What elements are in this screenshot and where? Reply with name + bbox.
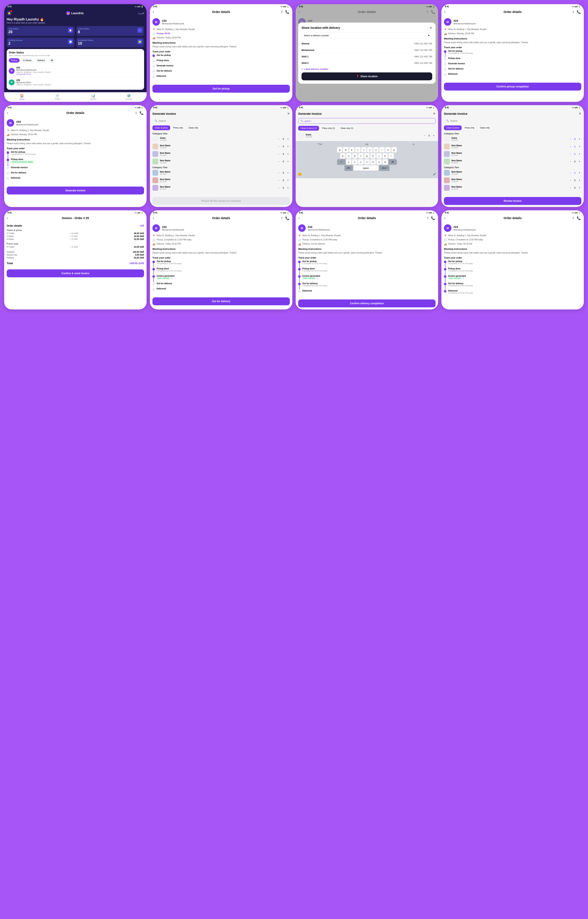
plus-3-6[interactable]: + (286, 160, 290, 164)
tab-cp-7[interactable]: Clean & press (1) (298, 126, 319, 131)
back-btn-2[interactable]: ‹ (153, 10, 154, 14)
tab-po-8[interactable]: Press only (462, 125, 477, 130)
plus-gutra-7[interactable]: + (432, 134, 436, 138)
key-j[interactable]: j (376, 153, 382, 159)
minus-5-8[interactable]: − (569, 178, 572, 182)
inv-modal-close-6[interactable]: ✕ (287, 112, 290, 116)
phone-icon-11[interactable]: 📞 (431, 216, 435, 220)
notification-bell[interactable]: 🔔2 (6, 11, 12, 16)
key-t[interactable]: t (361, 147, 367, 152)
plus-6-6[interactable]: + (286, 186, 290, 190)
emoji-icon-7[interactable]: 😊 (298, 172, 302, 176)
plus-5-6[interactable]: + (286, 178, 290, 182)
minus-1-8[interactable]: − (569, 144, 572, 148)
minus-6-8[interactable]: − (569, 186, 572, 190)
key-w[interactable]: w (343, 147, 349, 152)
plus-1-6[interactable]: + (286, 144, 290, 148)
plus-gutra-6[interactable]: + (286, 137, 290, 141)
minus-3-6[interactable]: − (277, 160, 281, 164)
review-invoice-btn-8[interactable]: Review Invoice (444, 197, 582, 205)
tab-press-only-6[interactable]: Press only (171, 125, 185, 130)
add-delivery-btn[interactable]: + + Add delivery number (302, 68, 432, 70)
key-g[interactable]: g (364, 153, 370, 159)
plus-2-6[interactable]: + (286, 152, 290, 156)
key-k[interactable]: k (383, 153, 388, 159)
key-h[interactable]: h (370, 153, 376, 159)
inv-search-6[interactable]: 🔍 (152, 118, 290, 123)
back-btn-4[interactable]: ‹ (444, 10, 445, 14)
inv-modal-close-8[interactable]: ✕ (578, 112, 582, 116)
filter-delivery[interactable]: Delivery (35, 58, 47, 63)
filter-pickup[interactable]: Pickup (9, 58, 19, 63)
key-r[interactable]: r (355, 147, 360, 152)
share-icon-5[interactable]: ⇧ (135, 111, 137, 115)
inv-search-7[interactable]: 🔍 gutra | (298, 118, 436, 124)
back-btn-11[interactable]: ‹ (299, 216, 300, 220)
nav-orders[interactable]: 🛒 Orders (40, 94, 76, 100)
key-c[interactable]: c (358, 159, 363, 165)
key-space[interactable]: space (354, 165, 378, 171)
back-btn-9[interactable]: ‹ (7, 216, 8, 220)
share-icon-2[interactable]: ⇧ (281, 10, 283, 14)
key-v[interactable]: v (364, 159, 370, 165)
phone-icon-4[interactable]: 📞 (577, 10, 581, 14)
inv-search-8[interactable]: 🔍 (444, 118, 582, 123)
key-s[interactable]: s (346, 153, 352, 159)
nav-reports[interactable]: 📊 Reports (76, 94, 111, 100)
key-return[interactable]: return (379, 165, 389, 171)
minus-3-8[interactable]: − (569, 160, 572, 164)
minus-gutra-7[interactable]: − (423, 134, 426, 138)
delivery-person-shift1[interactable]: Shift 1 +966 123 456 789 (302, 53, 432, 60)
arabic-label[interactable]: العربية (138, 12, 144, 15)
plus-6-8[interactable]: + (578, 186, 582, 190)
minus-2-8[interactable]: − (569, 152, 572, 156)
tab-cp-8[interactable]: Clean & press (444, 125, 462, 130)
back-btn-12[interactable]: ‹ (444, 216, 445, 220)
key-shift[interactable]: ⇧ (337, 159, 346, 165)
plus-3-8[interactable]: + (578, 160, 582, 164)
minus-gutra-6[interactable]: − (277, 137, 281, 141)
key-abc[interactable]: ABC (344, 165, 353, 171)
back-btn-10[interactable]: ‹ (153, 216, 154, 220)
mic-icon-7[interactable]: 🎤 (433, 173, 436, 175)
confirm-send-btn-9[interactable]: Confirm & send invoice (6, 269, 144, 277)
phone-icon-12[interactable]: 📞 (577, 216, 581, 220)
tab-clean-press-6[interactable]: Clean & press (152, 125, 170, 130)
key-y[interactable]: y (367, 147, 373, 152)
tab-po-7[interactable]: Press only (1) (320, 126, 338, 131)
filter-inhouse[interactable]: In House (21, 58, 34, 63)
key-u[interactable]: u (373, 147, 379, 152)
nav-settings[interactable]: ⚙️ Settings (111, 94, 147, 100)
confirm-pickup-btn[interactable]: Confirm pickup completion (444, 83, 582, 91)
plus-gutra-8[interactable]: + (578, 137, 582, 141)
key-backspace[interactable]: ⌫ (388, 159, 397, 165)
share-location-btn[interactable]: 📍 Share location (302, 72, 432, 80)
key-q[interactable]: q (337, 147, 342, 152)
plus-4-8[interactable]: + (578, 171, 582, 175)
generate-invoice-btn-5[interactable]: Generate invoice (6, 186, 144, 194)
share-icon-12[interactable]: ⇧ (572, 216, 575, 220)
key-a[interactable]: a (340, 153, 346, 159)
minus-4-6[interactable]: − (277, 171, 281, 175)
key-z[interactable]: z (346, 159, 352, 165)
tab-co-8[interactable]: Clean only (478, 125, 492, 130)
delivery-person-shift2[interactable]: Shift 2 +966 123 456 789 (302, 60, 432, 66)
phone-icon-10[interactable]: 📞 (285, 216, 289, 220)
delivery-select[interactable]: Select a delivery number ▼ (302, 32, 432, 39)
key-p[interactable]: p (391, 147, 397, 152)
key-x[interactable]: x (352, 159, 358, 165)
key-b[interactable]: b (370, 159, 376, 165)
back-btn-5[interactable]: ‹ (7, 111, 8, 115)
plus-5-8[interactable]: + (578, 178, 582, 182)
order-item-25[interactable]: M #25 Mohamed Adiel Abha St, Building 1,… (9, 77, 142, 88)
minus-6-6[interactable]: − (277, 186, 281, 190)
out-for-delivery-btn-10[interactable]: Out for delivery (152, 297, 290, 305)
key-d[interactable]: d (352, 153, 358, 159)
key-o[interactable]: o (385, 147, 391, 152)
phone-icon-5[interactable]: 📞 (139, 111, 144, 115)
plus-4-6[interactable]: + (286, 171, 290, 175)
key-f[interactable]: f (358, 153, 363, 159)
minus-5-6[interactable]: − (277, 178, 281, 182)
tab-co-7[interactable]: Clean only (1) (338, 126, 356, 131)
minus-gutra-8[interactable]: − (569, 137, 572, 141)
